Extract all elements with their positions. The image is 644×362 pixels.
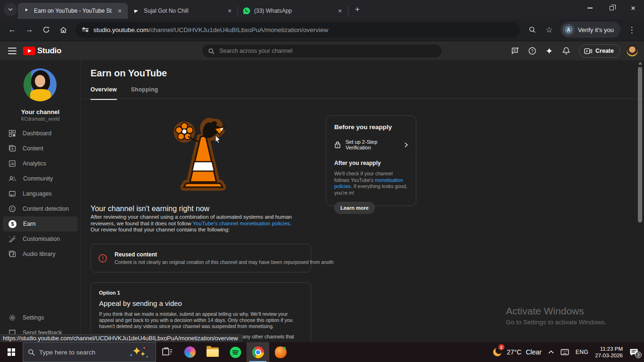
tab-whatsapp[interactable]: (33) WhatsApp ✕ [238,3,348,19]
chrome-icon [252,346,264,358]
taskbar-file-explorer-button[interactable] [201,342,224,362]
system-tray: 2 27°C Clear ENG 11:23 PM 27-03-2026 3 [492,342,644,362]
create-button[interactable]: Create [579,44,620,58]
community-icon [8,175,17,182]
customisation-icon [8,235,16,243]
taskbar-clock[interactable]: 11:23 PM 27-03-2026 [595,346,623,359]
scrollbar-thumb[interactable] [638,67,642,222]
sparkle-icon[interactable] [542,44,556,58]
windows-logo-icon [8,348,15,356]
not-earning-heading: Your channel isn't earning right now [91,205,209,213]
tab-shopping[interactable]: Shopping [131,86,158,100]
channel-monetisation-policies-link[interactable]: YouTube's channel monetisation policies [193,221,290,226]
taskbar-chrome-button[interactable] [247,342,269,362]
sidebar-item-dashboard[interactable]: Dashboard [0,126,81,141]
tabs-divider [81,99,644,99]
taskbar-task-view-button[interactable] [156,342,179,362]
new-tab-button[interactable]: + [351,3,363,16]
browser-menu-icon[interactable]: ⋮ [624,22,639,37]
channel-avatar[interactable] [24,68,57,101]
bookmark-star-icon[interactable]: ☆ [542,22,557,37]
whatsapp-favicon [243,7,250,15]
tab-search-chevron-icon[interactable] [4,3,17,16]
taskbar-spotify-button[interactable] [224,342,247,362]
menu-hamburger-icon[interactable] [8,48,17,54]
sidebar-item-analytics[interactable]: Analytics [0,156,81,171]
tab-title: Sujal Got No Chill [144,8,222,14]
channel-name: Your channel [0,108,81,115]
scroll-up-arrow[interactable] [638,62,642,65]
tab-close-icon[interactable]: ✕ [225,7,234,15]
sidebar-item-content-detection[interactable]: C Content detection [0,201,81,216]
error-icon: ! [99,254,107,263]
file-explorer-icon [206,347,219,357]
action-center-button[interactable]: 3 [629,348,638,356]
window-restore-button[interactable] [601,0,622,16]
sidebar-item-languages[interactable]: Languages [0,186,81,201]
taskbar-fl-studio-button[interactable] [269,342,292,362]
verify-label: Verify it's you [578,26,614,33]
site-info-icon[interactable] [82,28,89,31]
tab-overview[interactable]: Overview [91,86,117,100]
start-button[interactable] [0,342,23,362]
tab-close-icon[interactable]: ✕ [336,7,344,15]
reapply-card-title: Before you reapply [334,123,408,131]
hidden-icons-chevron[interactable] [548,350,554,354]
setup-2sv-row[interactable]: Set up 2-Step Verification [334,139,408,150]
telegram-favicon [132,7,140,15]
sidebar-label: Content [23,145,43,152]
taskbar-copilot-button[interactable] [179,342,201,362]
lock-icon [334,141,341,148]
browser-tabstrip: Earn on YouTube - YouTube Stu ✕ Sujal Go… [0,0,644,19]
tab-close-icon[interactable]: ✕ [116,7,124,15]
account-avatar[interactable] [626,45,638,57]
sidebar-item-settings[interactable]: Settings [0,310,81,325]
studio-logo[interactable]: Studio [23,46,61,56]
content-detection-icon: C [8,205,16,213]
copilot-icon [184,346,196,358]
window-minimize-button[interactable] [579,0,601,16]
mouse-cursor [215,135,221,146]
verify-profile-button[interactable]: A Verify it's you [561,22,620,38]
forward-icon[interactable]: → [22,22,37,37]
studio-search-input[interactable] [219,48,436,54]
weather-temperature: 27°C [507,348,521,356]
reapply-card: Before you reapply Set up 2-Step Verific… [326,115,416,206]
touch-keyboard-icon[interactable] [561,349,569,355]
studio-sidebar: Your channel KCdramatic_world Dashboard … [0,60,81,362]
tab-title: Earn on YouTube - YouTube Stu [34,8,112,14]
window-close-button[interactable]: ✕ [622,0,644,16]
help-icon[interactable]: ? [525,44,539,58]
feedback-icon[interactable] [508,44,522,58]
sidebar-item-earn[interactable]: $ Earn [3,216,78,231]
taskbar-search-input[interactable] [39,349,110,356]
taskbar-search-box[interactable] [23,342,156,362]
review-found-text: Our review found that your channel conta… [91,227,313,232]
back-icon[interactable]: ← [5,22,20,37]
sidebar-item-audio-library[interactable]: Audio library [0,247,81,262]
sidebar-item-community[interactable]: Community [0,171,81,186]
issue-description: Content is not clearly an original creat… [115,259,334,265]
learn-more-button[interactable]: Learn more [334,202,375,214]
zoom-search-icon[interactable] [525,22,540,37]
weather-widget[interactable]: 2 27°C Clear [492,347,542,357]
tab-earn-on-youtube[interactable]: Earn on YouTube - YouTube Stu ✕ [18,3,128,19]
home-icon[interactable] [56,22,71,37]
language-indicator[interactable]: ENG [576,349,589,355]
sidebar-item-customisation[interactable]: Customisation [0,231,81,247]
sidebar-label: Settings [23,314,44,321]
address-bar[interactable]: studio.youtube.com/channel/UCDiHVKJu1deU… [75,22,520,38]
notifications-bell-icon[interactable] [559,44,573,58]
page-scrollbar[interactable] [637,60,643,342]
desktop-screen: Earn on YouTube - YouTube Stu ✕ Sujal Go… [0,0,644,362]
window-controls: ✕ [579,0,644,16]
sidebar-label: Community [23,175,53,182]
reload-icon[interactable] [39,22,54,37]
page-title: Earn on YouTube [91,68,167,79]
sidebar-label: Audio library [23,251,55,257]
reused-content-card[interactable]: ! Reused content Content is not clearly … [91,244,311,272]
tab-telegram[interactable]: Sujal Got No Chill ✕ [128,3,238,19]
svg-text:C: C [11,206,14,211]
studio-search-bar[interactable] [202,44,442,58]
sidebar-item-content[interactable]: Content [0,141,81,156]
